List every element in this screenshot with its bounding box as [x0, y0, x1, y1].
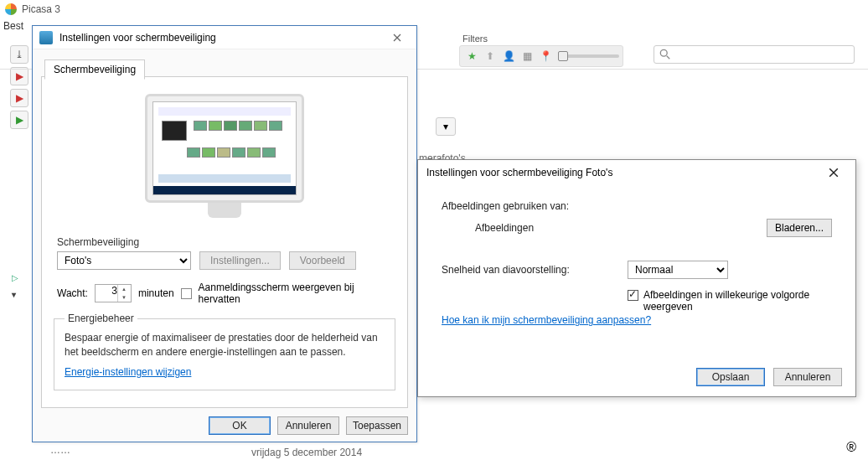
- close-button[interactable]: [820, 163, 847, 183]
- energy-legend: Energiebeheer: [65, 313, 137, 324]
- energy-link[interactable]: Energie-instellingen wijzigen: [65, 366, 191, 378]
- svg-line-1: [667, 56, 670, 59]
- upload-filter-icon[interactable]: ⬆: [482, 48, 499, 65]
- energy-text: Bespaar energie of maximaliseer de prest…: [65, 331, 385, 359]
- filter-slider[interactable]: [561, 54, 619, 58]
- tree-item[interactable]: ▷: [12, 273, 18, 282]
- use-from-value: Afbeeldingen: [442, 222, 609, 234]
- speed-select[interactable]: Normaal: [628, 261, 728, 279]
- wait-unit: minuten: [138, 287, 174, 299]
- star-filter-icon[interactable]: ★: [463, 48, 480, 65]
- ok-button[interactable]: OK: [209, 416, 271, 435]
- wait-spinner[interactable]: 3: [95, 284, 132, 302]
- menu-item[interactable]: Best: [3, 20, 23, 32]
- trademark: ®: [846, 440, 856, 455]
- search-icon: [659, 49, 671, 60]
- dialog2-title: Instellingen voor schermbeveiliging Foto…: [426, 167, 612, 178]
- shuffle-label: Afbeeldingen in willekeurige volgorde we…: [643, 289, 832, 313]
- import-button[interactable]: ⤓: [10, 45, 28, 64]
- app-logo: [5, 3, 17, 15]
- app-title: Picasa 3: [22, 3, 60, 15]
- speed-label: Snelheid van diavoorstelling:: [442, 264, 609, 276]
- tree-item-expanded[interactable]: ▾: [12, 290, 16, 299]
- play-button[interactable]: ▶: [10, 67, 28, 85]
- tab-screensaver[interactable]: Schermbeveiliging: [44, 59, 145, 80]
- close-button[interactable]: [385, 29, 410, 46]
- section-label: Schermbeveiliging: [57, 236, 139, 248]
- cancel-button[interactable]: Annuleren: [277, 416, 339, 435]
- wait-label: Wacht:: [57, 287, 88, 299]
- play-button-2[interactable]: ▶: [10, 89, 28, 107]
- filters-bar: ★ ⬆ 👤 ▦ 📍: [459, 45, 623, 67]
- photos-screensaver-dialog: Instellingen voor schermbeveiliging Foto…: [417, 159, 856, 397]
- monitor-preview: [145, 94, 304, 218]
- use-from-label: Afbeeldingen gebruiken van:: [442, 200, 609, 212]
- dialog-icon: [39, 31, 53, 44]
- screensaver-select[interactable]: Foto's: [57, 251, 191, 270]
- energy-fieldset: Energiebeheer Bespaar energie of maximal…: [54, 318, 395, 390]
- shuffle-checkbox[interactable]: [628, 290, 638, 301]
- date-label: vrijdag 5 december 2014: [251, 447, 362, 458]
- apply-button[interactable]: Toepassen: [346, 416, 408, 435]
- face-filter-icon[interactable]: 👤: [500, 48, 517, 65]
- search-input[interactable]: [654, 45, 855, 64]
- preview-button[interactable]: Voorbeeld: [289, 251, 356, 270]
- settings-button[interactable]: Instellingen...: [199, 251, 281, 270]
- close-icon: [393, 34, 401, 42]
- geo-filter-icon[interactable]: 📍: [537, 48, 554, 65]
- cancel-button[interactable]: Annuleren: [773, 368, 842, 386]
- close-icon: [829, 168, 839, 178]
- resume-label: Aanmeldingsscherm weergeven bij hervatte…: [199, 282, 366, 305]
- movie-filter-icon[interactable]: ▦: [519, 48, 535, 65]
- browse-button[interactable]: Bladeren...: [767, 219, 832, 237]
- save-button[interactable]: Opslaan: [696, 368, 765, 386]
- filters-label: Filters: [462, 34, 488, 44]
- play-button-3[interactable]: ▶: [10, 111, 28, 129]
- view-dropdown[interactable]: ▾: [436, 117, 456, 136]
- list-row: ……: [50, 444, 70, 456]
- screensaver-settings-dialog: Instellingen voor schermbeveiliging Sche…: [32, 25, 417, 442]
- dialog-title: Instellingen voor schermbeveiliging: [59, 32, 216, 44]
- svg-point-0: [660, 49, 667, 56]
- help-link[interactable]: Hoe kan ik mijn schermbeveiliging aanpas…: [442, 314, 651, 326]
- resume-checkbox[interactable]: [181, 288, 192, 299]
